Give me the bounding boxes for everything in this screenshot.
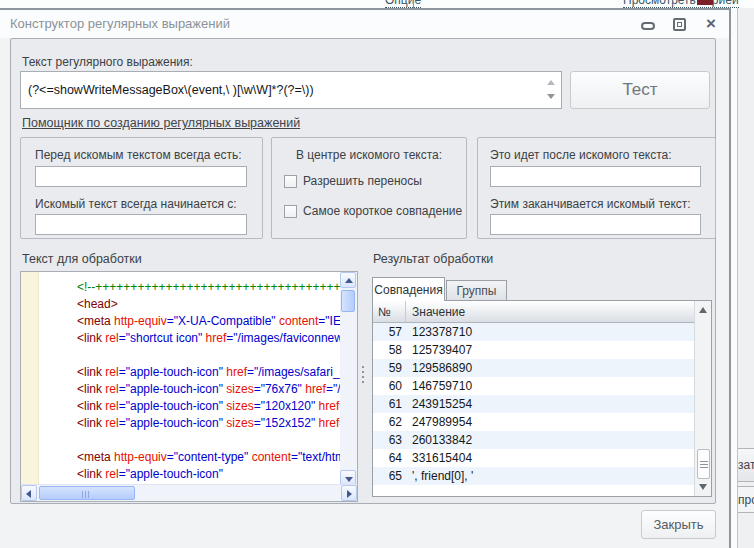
after-text-label: Это идет после искомого текста: [490, 148, 672, 162]
regex-label: Текст регулярного выражения: [22, 55, 193, 69]
splitter-grip[interactable] [362, 366, 364, 368]
after-text-groupbox: Это идет после искомого текста: Этим зак… [477, 137, 716, 239]
table-row[interactable]: 63260133842 [373, 431, 694, 449]
maximize-icon-inner [677, 22, 682, 27]
dialog-title: Конструктор регулярных выражений [10, 16, 230, 31]
scroll-left-button[interactable] [21, 485, 37, 501]
table-row[interactable]: 60146759710 [373, 377, 694, 395]
background-fragment-2: Просмотреть серией [623, 0, 739, 8]
scroll-left-icon [26, 490, 31, 498]
table-header: № Значение [373, 301, 694, 323]
match-value: 125739407 [406, 343, 694, 357]
before-text-groupbox: Перед искомым текстом всегда есть: Иском… [20, 137, 263, 239]
tab-groups[interactable]: Группы [446, 280, 507, 301]
match-number: 62 [373, 415, 406, 429]
matches-rows: 5712337871058125739407591295868906014675… [373, 323, 694, 485]
table-scroll-thumb[interactable] [697, 449, 710, 479]
center-text-title: В центре искомого текста: [272, 148, 466, 162]
match-number: 63 [373, 433, 406, 447]
allow-wraps-checkbox[interactable] [284, 175, 297, 188]
table-scrollbar[interactable] [694, 301, 711, 496]
after-text-input[interactable] [490, 166, 701, 187]
table-thumb-grip [700, 461, 708, 468]
column-header-number[interactable]: № [373, 301, 406, 322]
tab-matches[interactable]: Совпадения [372, 277, 445, 301]
regex-input-spinner[interactable] [544, 73, 558, 107]
code-line: <head> [77, 296, 342, 313]
match-value: 243915254 [406, 397, 694, 411]
results-label: Результат обработки [373, 252, 493, 266]
close-icon[interactable]: × [702, 13, 720, 35]
close-button[interactable]: Закрыть [641, 510, 716, 539]
background-partial-button-1: зать [738, 448, 754, 482]
match-number: 60 [373, 379, 406, 393]
code-vscroll-thumb[interactable] [341, 290, 355, 312]
match-number: 64 [373, 451, 406, 465]
starts-with-input[interactable] [35, 214, 247, 235]
match-number: 57 [373, 325, 406, 339]
hscroll-grip [82, 491, 91, 498]
code-line: <link rel="apple-touch-icon" sizes="152x… [77, 415, 342, 432]
before-text-label: Перед искомым текстом всегда есть: [35, 148, 242, 162]
spinner-up-icon[interactable] [547, 80, 555, 85]
match-value: 123378710 [406, 325, 694, 339]
match-value: 129586890 [406, 361, 694, 375]
match-number: 59 [373, 361, 406, 375]
scroll-right-icon [347, 490, 352, 498]
match-value: 146759710 [406, 379, 694, 393]
table-row[interactable]: 61243915254 [373, 395, 694, 413]
source-text-area[interactable]: <!--++++++++++++++++++++++++++++++++++++… [20, 271, 358, 502]
match-value: 260133842 [406, 433, 694, 447]
table-scroll-down-icon[interactable] [699, 484, 707, 490]
shortest-match-row[interactable]: Самое короткое совпадение [284, 204, 462, 218]
code-line: <link rel="apple-touch-icon" href="/imag… [77, 364, 342, 381]
table-row[interactable]: 64331615404 [373, 449, 694, 467]
starts-with-label: Искомый текст всегда начинается с: [35, 197, 237, 211]
table-row[interactable]: 59129586890 [373, 359, 694, 377]
code-horizontal-scrollbar[interactable] [21, 484, 357, 501]
center-text-groupbox: В центре искомого текста: Разрешить пере… [271, 137, 467, 239]
table-row[interactable]: 58125739407 [373, 341, 694, 359]
match-number: 61 [373, 397, 406, 411]
code-line [77, 432, 342, 449]
table-row[interactable]: 57123378710 [373, 323, 694, 341]
code-line: <meta http-equiv="X-UA-Compatible" conte… [77, 313, 342, 330]
shortest-match-label: Самое короткое совпадение [303, 204, 462, 218]
scroll-up-button[interactable] [340, 272, 356, 288]
scroll-right-button[interactable] [341, 485, 357, 501]
code-line: <link rel="shortcut icon" href="/images/… [77, 330, 342, 347]
background-partial-button-2: про [738, 486, 754, 513]
maximize-icon[interactable] [673, 18, 686, 31]
background-fragment-1: Опцие [385, 0, 421, 8]
ends-with-input[interactable] [490, 214, 701, 235]
code-line: <link rel="apple-touch-icon" sizes="120x… [77, 398, 342, 415]
table-scroll-up-icon[interactable] [699, 307, 707, 313]
spinner-down-icon[interactable] [547, 94, 555, 99]
allow-wraps-row[interactable]: Разрешить переносы [284, 174, 422, 188]
allow-wraps-label: Разрешить переносы [303, 174, 422, 188]
match-value: 247989954 [406, 415, 694, 429]
code-line: <!--++++++++++++++++++++++++++++++++++++… [77, 279, 342, 296]
code-content: <!--++++++++++++++++++++++++++++++++++++… [40, 272, 342, 485]
code-vertical-scrollbar[interactable] [340, 272, 357, 486]
table-row[interactable]: 62247989954 [373, 413, 694, 431]
background-red-marker [697, 0, 713, 5]
code-gutter [21, 272, 39, 485]
scroll-up-icon [345, 278, 353, 283]
code-line [77, 347, 342, 364]
regex-input[interactable] [20, 71, 562, 109]
minimize-icon[interactable] [641, 22, 655, 30]
match-number: 65 [373, 469, 406, 483]
background-window-right-strip: зать про [737, 8, 754, 548]
shortest-match-checkbox[interactable] [284, 205, 297, 218]
code-line: <link rel="apple-touch-icon" [77, 466, 342, 483]
matches-table: № Значение 57123378710581257394075912958… [372, 300, 712, 497]
test-button[interactable]: Тест [570, 71, 710, 109]
helper-link[interactable]: Помощник по созданию регулярных выражени… [22, 116, 300, 130]
table-row[interactable]: 65', friend[0], ' [373, 467, 694, 485]
column-header-value[interactable]: Значение [406, 301, 694, 322]
scroll-down-icon [345, 477, 353, 482]
code-hscroll-thumb[interactable] [39, 486, 135, 500]
match-number: 58 [373, 343, 406, 357]
before-text-input[interactable] [35, 166, 247, 187]
